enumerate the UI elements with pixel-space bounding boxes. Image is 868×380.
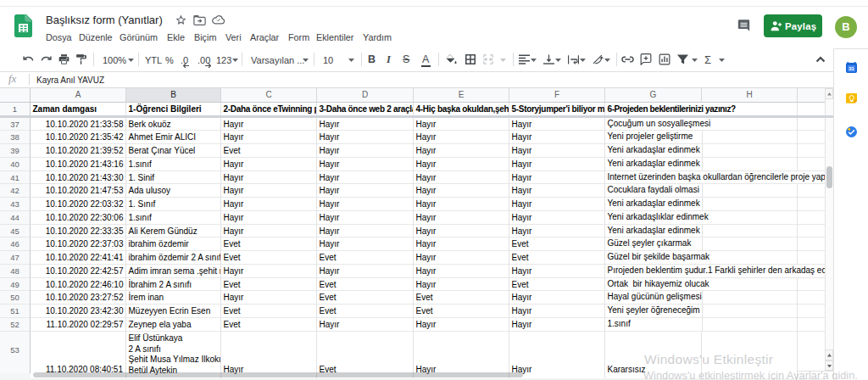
svg-text:31: 31	[849, 66, 854, 71]
